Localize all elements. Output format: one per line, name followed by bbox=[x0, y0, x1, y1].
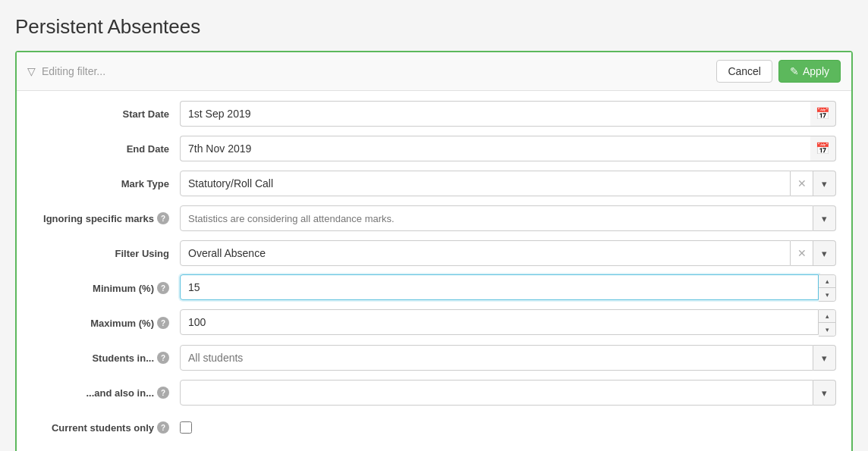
end-date-row: End Date 📅 bbox=[32, 135, 836, 162]
minimum-help-icon[interactable]: ? bbox=[157, 282, 169, 294]
minimum-control: ▴ ▾ bbox=[180, 274, 836, 302]
filter-using-dropdown-button[interactable]: ▾ bbox=[813, 240, 836, 266]
filter-container: ▽ Editing filter... Cancel ✎ Apply Start… bbox=[15, 51, 853, 451]
clear-icon: ✕ bbox=[797, 177, 807, 189]
calendar-icon: 📅 bbox=[816, 107, 830, 121]
end-date-input[interactable] bbox=[180, 136, 810, 161]
calendar-icon-2: 📅 bbox=[816, 142, 830, 155]
minimum-input-wrap: ▴ ▾ bbox=[180, 274, 836, 302]
start-date-control: 📅 bbox=[180, 101, 836, 127]
filter-using-select-wrap: Overall Absence ✕ ▾ bbox=[180, 240, 836, 266]
end-date-calendar-button[interactable]: 📅 bbox=[810, 136, 836, 161]
filter-header-right: Cancel ✎ Apply bbox=[716, 60, 841, 83]
end-date-label: End Date bbox=[32, 143, 180, 155]
mark-type-dropdown-button[interactable]: ▾ bbox=[813, 171, 836, 196]
page-title: Persistent Absentees bbox=[15, 15, 853, 39]
current-students-checkbox-wrap bbox=[180, 421, 192, 434]
filter-editing-label: Editing filter... bbox=[42, 65, 105, 77]
mark-type-clear-button[interactable]: ✕ bbox=[791, 171, 813, 196]
minimum-increment-button[interactable]: ▴ bbox=[819, 275, 835, 288]
students-in-help-icon[interactable]: ? bbox=[157, 352, 169, 364]
minimum-spinners: ▴ ▾ bbox=[819, 274, 836, 302]
ignoring-marks-dropdown-button[interactable]: ▾ bbox=[813, 205, 836, 231]
start-date-input[interactable] bbox=[180, 101, 810, 127]
chevron-down-icon: ▾ bbox=[822, 178, 827, 189]
start-date-label: Start Date bbox=[32, 108, 180, 120]
form-body: Start Date 📅 End Date 📅 bbox=[17, 91, 851, 451]
students-in-label: Students in... ? bbox=[32, 352, 180, 364]
minimum-decrement-button[interactable]: ▾ bbox=[819, 288, 835, 301]
start-date-calendar-button[interactable]: 📅 bbox=[810, 101, 836, 127]
filter-header-left: ▽ Editing filter... bbox=[27, 65, 105, 77]
students-in-dropdown-button[interactable]: ▾ bbox=[813, 345, 836, 371]
header-apply-label: Apply bbox=[803, 65, 829, 77]
ignoring-marks-help-icon[interactable]: ? bbox=[157, 212, 169, 224]
maximum-help-icon[interactable]: ? bbox=[157, 317, 169, 329]
mark-type-select[interactable]: Statutory/Roll Call bbox=[180, 171, 791, 196]
minimum-label: Minimum (%) ? bbox=[32, 282, 180, 294]
chevron-down-icon-3: ▾ bbox=[822, 248, 827, 259]
filter-using-clear-button[interactable]: ✕ bbox=[791, 240, 813, 266]
and-also-in-select-wrap: ▾ bbox=[180, 380, 836, 406]
filter-using-label: Filter Using bbox=[32, 248, 180, 259]
students-in-select-wrap: ▾ bbox=[180, 345, 836, 371]
chevron-down-icon-2: ▾ bbox=[822, 213, 827, 224]
clear-icon-2: ✕ bbox=[797, 247, 807, 259]
ignoring-marks-label: Ignoring specific marks ? bbox=[32, 212, 180, 224]
end-date-control: 📅 bbox=[180, 136, 836, 161]
current-students-control bbox=[180, 421, 836, 434]
header-pencil-icon: ✎ bbox=[790, 65, 799, 77]
start-date-input-wrap: 📅 bbox=[180, 101, 836, 127]
maximum-decrement-button[interactable]: ▾ bbox=[819, 323, 835, 336]
maximum-increment-button[interactable]: ▴ bbox=[819, 310, 835, 323]
current-students-label: Current students only ? bbox=[32, 421, 180, 434]
filter-using-row: Filter Using Overall Absence ✕ ▾ bbox=[32, 240, 836, 267]
maximum-spinners: ▴ ▾ bbox=[819, 309, 836, 337]
filter-using-control: Overall Absence ✕ ▾ bbox=[180, 240, 836, 266]
start-date-row: Start Date 📅 bbox=[32, 100, 836, 127]
current-students-help-icon[interactable]: ? bbox=[157, 421, 169, 434]
filter-using-select[interactable]: Overall Absence bbox=[180, 240, 791, 266]
chevron-down-icon-4: ▾ bbox=[822, 352, 827, 364]
maximum-input-wrap: ▴ ▾ bbox=[180, 309, 836, 337]
maximum-control: ▴ ▾ bbox=[180, 309, 836, 337]
ignoring-marks-input[interactable] bbox=[180, 205, 813, 231]
students-in-control: ▾ bbox=[180, 345, 836, 371]
and-also-in-input[interactable] bbox=[180, 380, 813, 406]
minimum-input[interactable] bbox=[180, 274, 819, 300]
and-also-in-label: ...and also in... ? bbox=[32, 387, 180, 399]
and-also-in-help-icon[interactable]: ? bbox=[157, 387, 169, 399]
mark-type-row: Mark Type Statutory/Roll Call ✕ ▾ bbox=[32, 170, 836, 197]
maximum-row: Maximum (%) ? ▴ ▾ bbox=[32, 309, 836, 337]
ignoring-marks-select-wrap: ▾ bbox=[180, 205, 836, 231]
minimum-row: Minimum (%) ? ▴ ▾ bbox=[32, 274, 836, 302]
filter-header: ▽ Editing filter... Cancel ✎ Apply bbox=[17, 52, 851, 91]
chevron-down-icon-5: ▾ bbox=[822, 387, 827, 399]
maximum-label: Maximum (%) ? bbox=[32, 317, 180, 329]
ignoring-marks-control: ▾ bbox=[180, 205, 836, 231]
header-apply-button[interactable]: ✎ Apply bbox=[778, 60, 841, 83]
current-students-checkbox[interactable] bbox=[180, 421, 192, 434]
maximum-input[interactable] bbox=[180, 309, 819, 335]
and-also-in-control: ▾ bbox=[180, 380, 836, 406]
students-in-row: Students in... ? ▾ bbox=[32, 344, 836, 371]
end-date-input-wrap: 📅 bbox=[180, 136, 836, 161]
students-in-input[interactable] bbox=[180, 345, 813, 371]
header-cancel-button[interactable]: Cancel bbox=[716, 60, 772, 83]
current-students-row: Current students only ? bbox=[32, 414, 836, 441]
mark-type-select-wrap: Statutory/Roll Call ✕ ▾ bbox=[180, 171, 836, 196]
mark-type-control: Statutory/Roll Call ✕ ▾ bbox=[180, 171, 836, 196]
filter-icon: ▽ bbox=[27, 65, 36, 77]
and-also-in-row: ...and also in... ? ▾ bbox=[32, 379, 836, 406]
ignoring-marks-row: Ignoring specific marks ? ▾ bbox=[32, 205, 836, 232]
and-also-in-dropdown-button[interactable]: ▾ bbox=[813, 380, 836, 406]
mark-type-label: Mark Type bbox=[32, 178, 180, 189]
